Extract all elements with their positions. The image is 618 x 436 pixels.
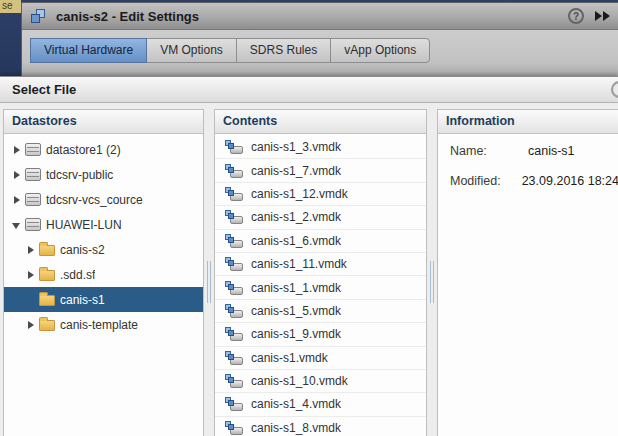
vmdk-file-icon (225, 187, 243, 201)
tab-label: vApp Options (344, 43, 416, 57)
datastore-icon (25, 218, 41, 231)
folder-icon (39, 245, 55, 256)
background-window-fragment: se (0, 0, 21, 13)
file-name: canis-s1_11.vmdk (251, 257, 347, 271)
vmdk-file-icon (225, 304, 243, 318)
file-name: canis-s1.vmdk (251, 351, 328, 365)
vmdk-file-icon (225, 374, 243, 388)
information-body: Name: canis-s1 Modified: 23.09.2016 18:2… (438, 134, 618, 204)
file-item[interactable]: canis-s1_10.vmdk (215, 370, 426, 393)
tree-item-label: datastore1 (2) (46, 143, 121, 157)
file-item[interactable]: canis-s1_12.vmdk (215, 183, 426, 206)
collapse-dialog-icon[interactable] (594, 11, 610, 21)
tree-item[interactable]: canis-template (4, 312, 203, 337)
tree-item-label: HUAWEI-LUN (46, 218, 122, 232)
file-name: canis-s1_12.vmdk (251, 187, 348, 201)
expander-icon[interactable] (10, 218, 24, 232)
file-name: canis-s1_7.vmdk (251, 164, 341, 178)
select-file-titlebar: Select File (0, 77, 618, 103)
vmdk-file-icon (225, 140, 243, 154)
dialog-title: canis-s2 - Edit Settings (56, 9, 568, 24)
info-row: Name: canis-s1 (450, 144, 618, 174)
folder-icon (39, 320, 55, 331)
tab[interactable]: VM Options (146, 38, 237, 63)
tree-item-label: canis-s1 (60, 293, 105, 307)
splitter-handle[interactable] (427, 261, 437, 303)
tree-item[interactable]: canis-s1 (4, 287, 203, 312)
vmdk-file-icon (225, 234, 243, 248)
datastore-icon (25, 143, 41, 156)
tree-item[interactable]: canis-s2 (4, 237, 203, 262)
contents-panel: Contents canis-s1_3.vmdk canis-s1_7.vmdk (214, 109, 427, 436)
tree-item[interactable]: tdcsrv-vcs_cource (4, 187, 203, 212)
datastore-icon (25, 193, 41, 206)
tree-item[interactable]: .sdd.sf (4, 262, 203, 287)
file-item[interactable]: canis-s1_3.vmdk (215, 136, 426, 159)
file-item[interactable]: canis-s1_1.vmdk (215, 276, 426, 299)
info-label: Modified: (450, 174, 522, 204)
tree-item-label: tdcsrv-public (46, 168, 113, 182)
datastores-panel: Datastores datastore1 (2) tdcsrv-public (3, 109, 204, 436)
info-value: 23.09.2016 18:24 (522, 174, 618, 204)
expander-icon[interactable] (24, 318, 38, 332)
tree-item-label: canis-s2 (60, 243, 105, 257)
edit-settings-dialog: canis-s2 - Edit Settings ? Virtual Hardw… (21, 2, 618, 76)
file-name: canis-s1_5.vmdk (251, 304, 341, 318)
tree-item[interactable]: tdcsrv-public (4, 162, 203, 187)
datastore-icon (25, 168, 41, 181)
file-item[interactable]: canis-s1_6.vmdk (215, 230, 426, 253)
file-item[interactable]: canis-s1_7.vmdk (215, 159, 426, 182)
file-name: canis-s1_10.vmdk (251, 374, 348, 388)
expander-icon[interactable] (10, 168, 24, 182)
file-item[interactable]: canis-s1_4.vmdk (215, 393, 426, 416)
tab-label: VM Options (160, 43, 223, 57)
select-file-dialog: Select File Datastores datastore1 (2) td… (0, 76, 618, 436)
vm-icon (31, 9, 48, 24)
tree-item-label: tdcsrv-vcs_cource (46, 193, 143, 207)
file-name: canis-s1_9.vmdk (251, 327, 341, 341)
vmdk-file-icon (225, 210, 243, 224)
expander-icon[interactable] (24, 268, 38, 282)
tree-item-label: canis-template (60, 318, 138, 332)
tab[interactable]: vApp Options (330, 38, 430, 63)
file-name: canis-s1_6.vmdk (251, 234, 341, 248)
vmdk-file-icon (225, 281, 243, 295)
file-item[interactable]: canis-s1_5.vmdk (215, 300, 426, 323)
information-header: Information (438, 110, 618, 134)
expander-icon[interactable] (24, 243, 38, 257)
file-item[interactable]: canis-s1_11.vmdk (215, 253, 426, 276)
tree-item-label: .sdd.sf (60, 268, 95, 282)
tab-label: Virtual Hardware (44, 43, 133, 57)
information-panel: Information Name: canis-s1 Modified: 23.… (437, 109, 618, 436)
file-name: canis-s1_2.vmdk (251, 210, 341, 224)
help-icon[interactable]: ? (568, 8, 584, 24)
file-name: canis-s1_1.vmdk (251, 281, 341, 295)
tab[interactable]: Virtual Hardware (30, 38, 147, 63)
tree-item[interactable]: HUAWEI-LUN (4, 212, 203, 237)
contents-header: Contents (215, 110, 426, 134)
expander-icon[interactable] (10, 193, 24, 207)
vmdk-file-icon (225, 421, 243, 435)
file-item[interactable]: canis-s1.vmdk (215, 347, 426, 370)
vmdk-file-icon (225, 397, 243, 411)
help-icon-clipped[interactable] (611, 81, 618, 98)
tab-bar: Virtual HardwareVM OptionsSDRS RulesvApp… (22, 30, 618, 76)
file-item[interactable]: canis-s1_8.vmdk (215, 417, 426, 436)
select-file-title: Select File (12, 82, 76, 97)
expander-icon[interactable] (10, 143, 24, 157)
vmdk-file-icon (225, 351, 243, 365)
vmdk-file-icon (225, 327, 243, 341)
splitter-handle[interactable] (204, 261, 214, 303)
folder-icon (39, 295, 55, 306)
datastores-header: Datastores (4, 110, 203, 134)
tab[interactable]: SDRS Rules (236, 38, 331, 63)
file-item[interactable]: canis-s1_2.vmdk (215, 206, 426, 229)
folder-icon (39, 270, 55, 281)
file-item[interactable]: canis-s1_9.vmdk (215, 323, 426, 346)
info-row: Modified: 23.09.2016 18:24 (450, 174, 618, 204)
expander-icon[interactable] (24, 293, 38, 307)
file-name: canis-s1_8.vmdk (251, 421, 341, 435)
tab-label: SDRS Rules (250, 43, 317, 57)
tree-item[interactable]: datastore1 (2) (4, 137, 203, 162)
file-name: canis-s1_3.vmdk (251, 140, 341, 154)
